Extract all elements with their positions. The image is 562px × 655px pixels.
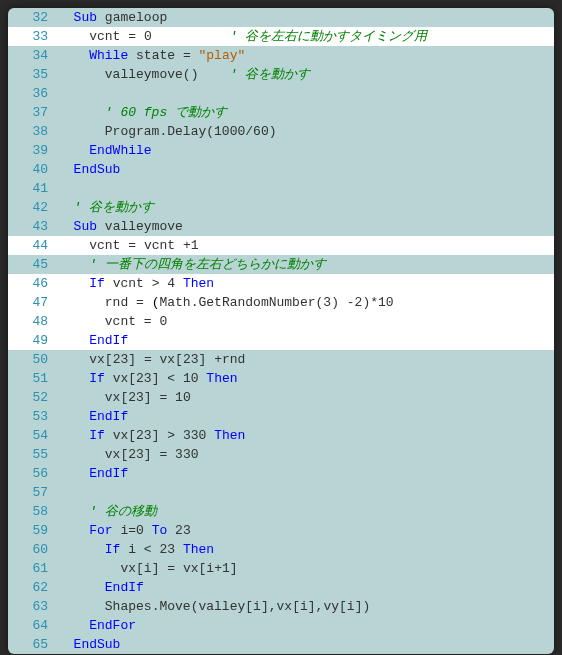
- line-number: 48: [8, 312, 58, 331]
- token-plain: [191, 48, 199, 63]
- token-op: +: [214, 561, 222, 576]
- code-line: 52 vx[23] = 10: [8, 388, 554, 407]
- token-plain: [58, 314, 105, 329]
- code-content: EndSub: [58, 160, 554, 179]
- token-kw: If: [89, 371, 105, 386]
- token-plain: [58, 447, 105, 462]
- token-kw: EndIf: [89, 409, 128, 424]
- token-plain: [58, 466, 89, 481]
- code-editor: 32 Sub gameloop33 vcnt = 0 ' 谷を左右に動かすタイミ…: [8, 8, 554, 654]
- token-ident: i: [206, 561, 214, 576]
- line-number: 61: [8, 559, 58, 578]
- token-num: 23: [113, 352, 129, 367]
- token-plain: [175, 561, 183, 576]
- token-kw: EndFor: [89, 618, 136, 633]
- token-ident: rnd: [105, 295, 128, 310]
- token-plain: [58, 333, 89, 348]
- code-line: 50 vx[23] = vx[23] +rnd: [8, 350, 554, 369]
- token-op: [: [175, 352, 183, 367]
- token-ident: Program: [105, 124, 160, 139]
- token-plain: [175, 428, 183, 443]
- token-ident: i: [128, 542, 136, 557]
- token-op: [: [136, 561, 144, 576]
- token-plain: [58, 352, 89, 367]
- token-op: =: [128, 523, 136, 538]
- token-kw: EndIf: [105, 580, 144, 595]
- token-plain: [58, 409, 89, 424]
- token-op: ]: [128, 352, 136, 367]
- code-line: 38 Program.Delay(1000/60): [8, 122, 554, 141]
- token-op: =: [144, 352, 152, 367]
- token-ident: i: [347, 599, 355, 614]
- line-number: 47: [8, 293, 58, 312]
- line-number: 56: [8, 464, 58, 483]
- token-plain: [144, 523, 152, 538]
- token-plain: [136, 29, 144, 44]
- token-ident: Delay: [167, 124, 206, 139]
- line-number: 53: [8, 407, 58, 426]
- code-content: While state = "play": [58, 46, 554, 65]
- code-content: vx[i] = vx[i+1]: [58, 559, 554, 578]
- code-line: 53 EndIf: [8, 407, 554, 426]
- code-line: 56 EndIf: [8, 464, 554, 483]
- token-plain: [175, 542, 183, 557]
- line-number: 33: [8, 27, 58, 46]
- token-plain: [58, 238, 89, 253]
- token-plain: [128, 48, 136, 63]
- token-plain: [58, 428, 89, 443]
- code-content: vcnt = 0 ' 谷を左右に動かすタイミング用: [58, 27, 554, 46]
- token-op: ): [269, 124, 277, 139]
- token-op: (: [206, 124, 214, 139]
- token-plain: [58, 561, 120, 576]
- token-op: <: [144, 542, 152, 557]
- line-number: 39: [8, 141, 58, 160]
- code-line: 36: [8, 84, 554, 103]
- code-content: EndSub: [58, 635, 554, 654]
- token-num: 1: [191, 238, 199, 253]
- token-op: [: [128, 428, 136, 443]
- line-number: 36: [8, 84, 58, 103]
- token-ident: valleymove: [105, 67, 183, 82]
- token-kw: EndIf: [89, 466, 128, 481]
- token-comment: ' 谷の移動: [89, 504, 157, 519]
- code-content: ' 谷の移動: [58, 502, 554, 521]
- token-num: 330: [183, 428, 206, 443]
- token-plain: [136, 314, 144, 329]
- code-content: Shapes.Move(valley[i],vx[i],vy[i]): [58, 597, 554, 616]
- token-plain: [175, 276, 183, 291]
- token-kw: Then: [214, 428, 245, 443]
- code-line: 65 EndSub: [8, 635, 554, 654]
- line-number: 54: [8, 426, 58, 445]
- token-str: "play": [199, 48, 246, 63]
- code-content: [58, 84, 554, 103]
- code-line: 57: [8, 483, 554, 502]
- code-content: ' 谷を動かす: [58, 198, 554, 217]
- code-content: rnd = (Math.GetRandomNumber(3) -2)*10: [58, 293, 554, 312]
- token-kw: For: [89, 523, 112, 538]
- token-ident: vcnt: [105, 314, 136, 329]
- token-op: =: [144, 314, 152, 329]
- code-content: vcnt = 0: [58, 312, 554, 331]
- token-ident: vcnt: [113, 276, 144, 291]
- token-plain: [58, 200, 74, 215]
- line-number: 32: [8, 8, 58, 27]
- token-ident: vx: [277, 599, 293, 614]
- token-ident: i: [300, 599, 308, 614]
- line-number: 52: [8, 388, 58, 407]
- token-plain: [58, 219, 74, 234]
- code-line: 35 valleymove() ' 谷を動かす: [8, 65, 554, 84]
- token-plain: [58, 257, 89, 272]
- token-op: [: [339, 599, 347, 614]
- token-plain: [152, 352, 160, 367]
- code-content: EndIf: [58, 331, 554, 350]
- token-plain: [58, 48, 89, 63]
- token-plain: [206, 428, 214, 443]
- token-ident: state: [136, 48, 175, 63]
- token-plain: [97, 10, 105, 25]
- token-plain: [105, 371, 113, 386]
- token-plain: [167, 447, 175, 462]
- token-plain: [58, 599, 105, 614]
- token-ident: i: [253, 599, 261, 614]
- token-plain: [167, 523, 175, 538]
- code-content: EndWhile: [58, 141, 554, 160]
